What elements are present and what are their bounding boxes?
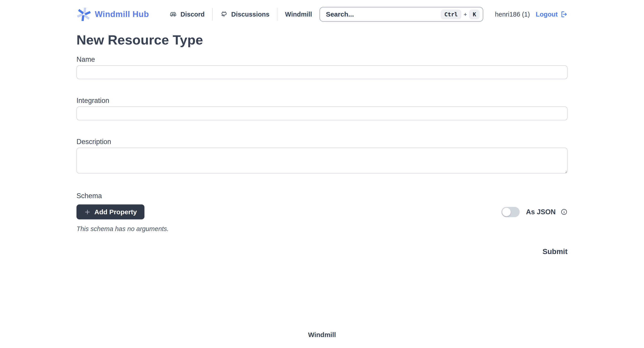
submit-row: Submit [76, 247, 568, 256]
footer-windmill-link[interactable]: Windmill [308, 331, 336, 338]
schema-section: Schema Add Property As JSON [76, 192, 568, 232]
github-discussions-icon [220, 10, 228, 18]
name-field-group: Name [76, 56, 568, 79]
search-input[interactable] [325, 10, 441, 18]
description-label: Description [76, 138, 568, 146]
main-content: New Resource Type Name Integration Descr… [76, 33, 568, 256]
as-json-label: As JSON [526, 208, 556, 216]
nav-links: Discord Discussions Windmill [170, 8, 320, 20]
as-json-toggle[interactable] [501, 207, 520, 217]
description-textarea[interactable] [76, 148, 568, 174]
schema-label: Schema [76, 192, 568, 200]
nav-item-discord[interactable]: Discord [170, 8, 212, 20]
kbd-k: K [469, 10, 480, 19]
logout-label: Logout [536, 11, 558, 18]
plus-icon [84, 209, 91, 216]
add-property-button[interactable]: Add Property [76, 204, 144, 220]
integration-field-group: Integration [76, 96, 568, 120]
info-icon[interactable] [560, 208, 568, 216]
discord-icon [170, 10, 177, 18]
kbd-ctrl: Ctrl [441, 10, 461, 19]
page-title: New Resource Type [76, 33, 568, 47]
integration-label: Integration [76, 96, 568, 105]
brand-title: Windmill Hub [95, 10, 149, 19]
add-property-label: Add Property [94, 208, 137, 216]
schema-empty-message: This schema has no arguments. [76, 225, 568, 232]
search-box[interactable]: Ctrl + K [320, 7, 483, 22]
page-footer: Windmill [76, 331, 568, 348]
integration-input[interactable] [76, 106, 568, 120]
description-field-group: Description [76, 138, 568, 174]
as-json-group: As JSON [501, 207, 568, 217]
nav-item-label: Discussions [231, 11, 270, 18]
nav-item-label: Discord [180, 11, 204, 18]
nav-item-label: Windmill [285, 11, 312, 18]
logout-icon [560, 10, 568, 18]
kbd-separator: + [464, 11, 467, 18]
toggle-knob [502, 208, 511, 216]
windmill-logo-icon [76, 7, 91, 22]
nav-item-discussions[interactable]: Discussions [212, 8, 277, 20]
name-input[interactable] [76, 65, 568, 79]
nav-item-windmill[interactable]: Windmill [277, 8, 320, 20]
user-area: henri186 (1) Logout [495, 10, 568, 18]
logout-link[interactable]: Logout [536, 10, 568, 18]
name-label: Name [76, 56, 568, 64]
username[interactable]: henri186 (1) [495, 11, 530, 18]
submit-button[interactable]: Submit [542, 247, 568, 256]
brand-link[interactable]: Windmill Hub [76, 7, 149, 22]
top-nav: Windmill Hub Discord Discussions [76, 7, 568, 22]
